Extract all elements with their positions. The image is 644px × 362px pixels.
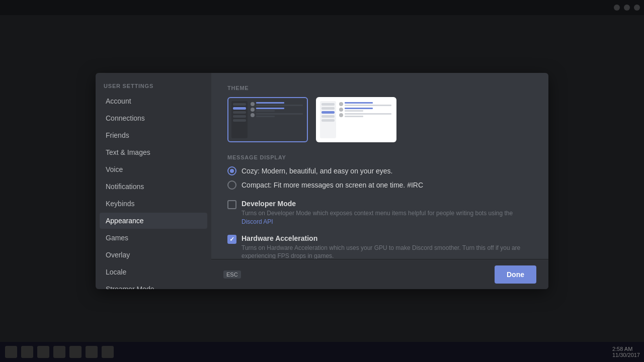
settings-sidebar: USER SETTINGS Account Connections Friend… — [96, 73, 211, 289]
theme-light-sidebar-item-active — [321, 111, 335, 114]
sidebar-item-text-images[interactable]: Text & Images — [100, 144, 207, 160]
theme-light-lines3 — [345, 113, 391, 117]
message-display-label: MESSAGE DISPLAY — [227, 154, 532, 160]
theme-light-line1 — [345, 102, 373, 104]
sidebar-item-account[interactable]: Account — [100, 93, 207, 109]
theme-light-line3 — [345, 108, 373, 109]
radio-cozy-circle[interactable] — [227, 166, 236, 175]
hardware-accel-content: Hardware Acceleration Turns on Hardware … — [242, 234, 532, 261]
theme-light-avatar3 — [339, 113, 343, 117]
theme-light-avatar2 — [339, 108, 343, 112]
sidebar-item-connections[interactable]: Connections — [100, 110, 207, 126]
theme-light-sidebar-item2 — [321, 107, 335, 110]
theme-light-card[interactable] — [316, 97, 396, 142]
theme-light-avatar1 — [339, 102, 343, 106]
settings-modal: USER SETTINGS Account Connections Friend… — [96, 73, 548, 289]
settings-footer: ESC Done — [211, 259, 548, 289]
theme-dark-sidebar-item-active — [233, 107, 246, 110]
theme-light-line5 — [345, 113, 391, 115]
hardware-accel-desc: Turns on Hardware Acceleration which use… — [242, 244, 532, 261]
settings-content: THEME — [211, 73, 548, 289]
theme-light-sidebar — [320, 101, 336, 138]
theme-light-sidebar-item — [321, 103, 335, 106]
developer-mode-title: Developer Mode — [242, 200, 532, 208]
sidebar-item-notifications[interactable]: Notifications — [100, 178, 207, 195]
theme-options — [227, 97, 532, 142]
sidebar-item-voice[interactable]: Voice — [100, 161, 207, 177]
sidebar-item-games[interactable]: Games — [100, 230, 207, 246]
modal-overlay: USER SETTINGS Account Connections Friend… — [0, 0, 644, 362]
checkbox-section: Developer Mode Turns on Developer Mode w… — [227, 200, 532, 260]
theme-dark-avatar3 — [251, 113, 255, 117]
sidebar-item-streamer-mode[interactable]: Streamer Mode — [100, 281, 207, 289]
theme-dark-avatar2 — [251, 108, 255, 112]
developer-mode-desc: Turns on Developer Mode which exposes co… — [242, 209, 532, 226]
radio-compact-label: Compact: Fit more messages on screen at … — [242, 181, 423, 189]
theme-dark-lines3 — [256, 113, 303, 117]
developer-mode-content: Developer Mode Turns on Developer Mode w… — [242, 200, 532, 226]
radio-compact-circle[interactable] — [227, 180, 236, 190]
theme-light-line6 — [345, 116, 363, 117]
theme-dark-sidebar-item — [233, 103, 246, 106]
theme-dark-msg2 — [251, 108, 303, 112]
theme-dark-main — [250, 101, 304, 138]
theme-light-msg1 — [339, 102, 391, 106]
hardware-accel-title: Hardware Acceleration — [242, 234, 532, 242]
theme-dark-lines2 — [256, 108, 303, 112]
theme-dark-line2 — [256, 105, 303, 106]
settings-section-title: USER SETTINGS — [100, 81, 207, 93]
theme-light-line4 — [345, 110, 363, 112]
theme-light-sidebar-item4 — [321, 119, 335, 122]
theme-dark-msg1 — [251, 102, 303, 106]
footer-escape-hint: ESC — [223, 270, 241, 279]
theme-dark-lines1 — [256, 102, 303, 106]
radio-cozy-label: Cozy: Modern, beautiful, and easy on you… — [242, 167, 392, 175]
theme-light-line2 — [345, 105, 391, 106]
theme-dark-sidebar — [231, 101, 248, 138]
theme-dark-line1 — [256, 102, 284, 104]
theme-dark-avatar1 — [251, 102, 255, 106]
theme-dark-sidebar-item4 — [233, 119, 246, 122]
developer-mode-option[interactable]: Developer Mode Turns on Developer Mode w… — [227, 200, 532, 226]
theme-dark-sidebar-item2 — [233, 111, 246, 114]
done-button[interactable]: Done — [495, 265, 536, 284]
radio-compact[interactable]: Compact: Fit more messages on screen at … — [227, 180, 532, 190]
theme-light-msg2 — [339, 108, 391, 112]
theme-dark-line6 — [256, 116, 275, 117]
sidebar-item-keybinds[interactable]: Keybinds — [100, 196, 207, 212]
esc-key[interactable]: ESC — [223, 270, 241, 279]
sidebar-item-locale[interactable]: Locale — [100, 264, 207, 280]
theme-dark-msg3 — [251, 113, 303, 117]
discord-api-link[interactable]: Discord API — [242, 218, 273, 225]
theme-light-lines2 — [345, 108, 391, 112]
theme-dark-sidebar-item3 — [233, 115, 246, 118]
theme-dark-card[interactable] — [227, 97, 308, 142]
theme-section-label: THEME — [227, 85, 532, 91]
sidebar-item-appearance[interactable]: Appearance — [100, 213, 207, 229]
sidebar-item-friends[interactable]: Friends — [100, 127, 207, 143]
theme-light-msg3 — [339, 113, 391, 117]
theme-dark-line3 — [256, 108, 284, 109]
theme-dark-line5 — [256, 113, 303, 115]
theme-light-sidebar-item3 — [321, 115, 335, 118]
radio-cozy[interactable]: Cozy: Modern, beautiful, and easy on you… — [227, 166, 532, 175]
hardware-accel-checkbox[interactable] — [227, 235, 236, 244]
theme-light-main — [338, 101, 392, 138]
message-display-section: MESSAGE DISPLAY Cozy: Modern, beautiful,… — [227, 154, 532, 190]
theme-dark-line4 — [256, 110, 275, 112]
developer-mode-checkbox[interactable] — [227, 200, 236, 209]
sidebar-item-overlay[interactable]: Overlay — [100, 247, 207, 263]
hardware-accel-option[interactable]: Hardware Acceleration Turns on Hardware … — [227, 234, 532, 261]
theme-light-lines1 — [345, 102, 391, 106]
